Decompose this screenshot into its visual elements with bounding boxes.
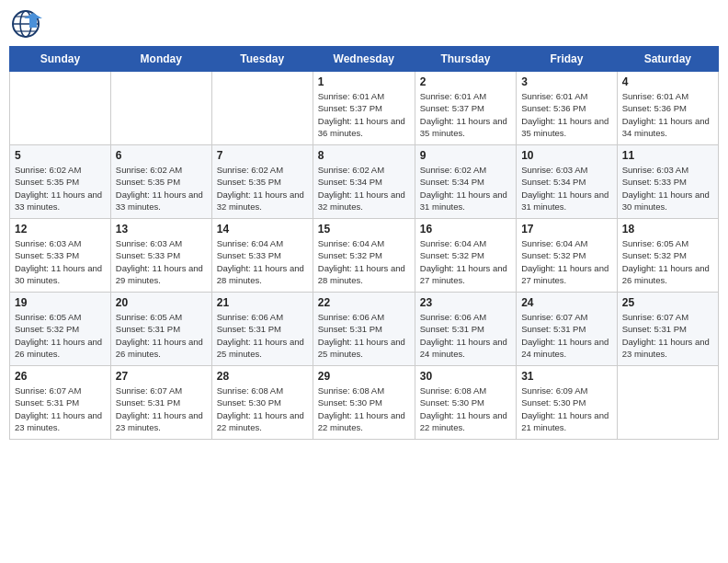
- day-info: Sunrise: 6:06 AM Sunset: 5:31 PM Dayligh…: [217, 311, 308, 360]
- day-info: Sunrise: 6:01 AM Sunset: 5:37 PM Dayligh…: [318, 90, 410, 139]
- day-info: Sunrise: 6:09 AM Sunset: 5:30 PM Dayligh…: [521, 385, 612, 433]
- day-number: 4: [622, 75, 713, 88]
- calendar: SundayMondayTuesdayWednesdayThursdayFrid…: [9, 46, 719, 440]
- day-header-sunday: Sunday: [10, 47, 111, 72]
- calendar-cell: 30Sunrise: 6:08 AM Sunset: 5:30 PM Dayli…: [415, 366, 516, 440]
- day-header-monday: Monday: [110, 47, 211, 72]
- day-info: Sunrise: 6:04 AM Sunset: 5:32 PM Dayligh…: [420, 237, 511, 286]
- day-number: 6: [116, 149, 207, 162]
- calendar-cell: 1Sunrise: 6:01 AM Sunset: 5:37 PM Daylig…: [313, 72, 415, 145]
- day-number: 1: [318, 75, 410, 88]
- logo: [9, 9, 44, 39]
- day-number: 21: [217, 296, 308, 309]
- header: [9, 9, 719, 39]
- calendar-cell: 23Sunrise: 6:06 AM Sunset: 5:31 PM Dayli…: [415, 293, 516, 366]
- day-info: Sunrise: 6:08 AM Sunset: 5:30 PM Dayligh…: [217, 385, 308, 433]
- day-info: Sunrise: 6:04 AM Sunset: 5:32 PM Dayligh…: [318, 237, 410, 286]
- calendar-cell: 20Sunrise: 6:05 AM Sunset: 5:31 PM Dayli…: [110, 293, 211, 366]
- globe-icon: [9, 9, 42, 39]
- day-number: 15: [318, 223, 410, 236]
- calendar-cell: 2Sunrise: 6:01 AM Sunset: 5:37 PM Daylig…: [415, 72, 516, 145]
- day-number: 28: [217, 370, 308, 383]
- calendar-cell: 24Sunrise: 6:07 AM Sunset: 5:31 PM Dayli…: [517, 293, 618, 366]
- day-header-thursday: Thursday: [415, 47, 516, 72]
- day-number: 18: [622, 223, 713, 236]
- day-number: 25: [622, 296, 713, 309]
- calendar-cell: 22Sunrise: 6:06 AM Sunset: 5:31 PM Dayli…: [313, 293, 415, 366]
- day-number: 12: [15, 223, 106, 236]
- day-info: Sunrise: 6:07 AM Sunset: 5:31 PM Dayligh…: [116, 385, 207, 433]
- day-info: Sunrise: 6:02 AM Sunset: 5:35 PM Dayligh…: [217, 164, 308, 213]
- day-info: Sunrise: 6:03 AM Sunset: 5:33 PM Dayligh…: [116, 237, 207, 286]
- day-number: 14: [217, 223, 308, 236]
- calendar-cell: 5Sunrise: 6:02 AM Sunset: 5:35 PM Daylig…: [10, 145, 111, 219]
- calendar-cell: 10Sunrise: 6:03 AM Sunset: 5:34 PM Dayli…: [517, 145, 618, 219]
- calendar-cell: [617, 366, 718, 440]
- calendar-cell: 9Sunrise: 6:02 AM Sunset: 5:34 PM Daylig…: [415, 145, 516, 219]
- day-number: 17: [521, 223, 612, 236]
- day-number: 3: [521, 75, 612, 88]
- day-number: 23: [420, 296, 511, 309]
- day-number: 30: [420, 370, 511, 383]
- calendar-cell: 12Sunrise: 6:03 AM Sunset: 5:33 PM Dayli…: [10, 219, 111, 293]
- calendar-cell: 26Sunrise: 6:07 AM Sunset: 5:31 PM Dayli…: [10, 366, 111, 440]
- day-info: Sunrise: 6:01 AM Sunset: 5:36 PM Dayligh…: [622, 90, 713, 139]
- calendar-cell: [110, 72, 211, 145]
- day-number: 16: [420, 223, 511, 236]
- calendar-cell: 13Sunrise: 6:03 AM Sunset: 5:33 PM Dayli…: [110, 219, 211, 293]
- day-info: Sunrise: 6:05 AM Sunset: 5:32 PM Dayligh…: [622, 237, 713, 286]
- calendar-cell: 17Sunrise: 6:04 AM Sunset: 5:32 PM Dayli…: [517, 219, 618, 293]
- calendar-cell: 19Sunrise: 6:05 AM Sunset: 5:32 PM Dayli…: [10, 293, 111, 366]
- day-info: Sunrise: 6:05 AM Sunset: 5:31 PM Dayligh…: [116, 311, 207, 360]
- day-info: Sunrise: 6:01 AM Sunset: 5:36 PM Dayligh…: [521, 90, 612, 139]
- day-info: Sunrise: 6:02 AM Sunset: 5:34 PM Dayligh…: [420, 164, 511, 213]
- day-number: 5: [15, 149, 106, 162]
- day-info: Sunrise: 6:07 AM Sunset: 5:31 PM Dayligh…: [521, 311, 612, 360]
- day-number: 19: [15, 296, 106, 309]
- day-info: Sunrise: 6:03 AM Sunset: 5:33 PM Dayligh…: [622, 164, 713, 213]
- calendar-cell: 14Sunrise: 6:04 AM Sunset: 5:33 PM Dayli…: [211, 219, 313, 293]
- calendar-cell: 4Sunrise: 6:01 AM Sunset: 5:36 PM Daylig…: [617, 72, 718, 145]
- day-number: 9: [420, 149, 511, 162]
- calendar-cell: [10, 72, 111, 145]
- day-info: Sunrise: 6:08 AM Sunset: 5:30 PM Dayligh…: [318, 385, 410, 433]
- day-number: 31: [521, 370, 612, 383]
- calendar-cell: 7Sunrise: 6:02 AM Sunset: 5:35 PM Daylig…: [211, 145, 313, 219]
- day-info: Sunrise: 6:06 AM Sunset: 5:31 PM Dayligh…: [318, 311, 410, 360]
- day-header-wednesday: Wednesday: [313, 47, 415, 72]
- day-info: Sunrise: 6:04 AM Sunset: 5:33 PM Dayligh…: [217, 237, 308, 286]
- day-info: Sunrise: 6:07 AM Sunset: 5:31 PM Dayligh…: [15, 385, 106, 433]
- day-info: Sunrise: 6:03 AM Sunset: 5:34 PM Dayligh…: [521, 164, 612, 213]
- calendar-cell: 28Sunrise: 6:08 AM Sunset: 5:30 PM Dayli…: [211, 366, 313, 440]
- day-number: 7: [217, 149, 308, 162]
- day-number: 20: [116, 296, 207, 309]
- day-info: Sunrise: 6:07 AM Sunset: 5:31 PM Dayligh…: [622, 311, 713, 360]
- calendar-cell: 25Sunrise: 6:07 AM Sunset: 5:31 PM Dayli…: [617, 293, 718, 366]
- day-header-saturday: Saturday: [617, 47, 718, 72]
- calendar-cell: 11Sunrise: 6:03 AM Sunset: 5:33 PM Dayli…: [617, 145, 718, 219]
- day-number: 8: [318, 149, 410, 162]
- day-info: Sunrise: 6:04 AM Sunset: 5:32 PM Dayligh…: [521, 237, 612, 286]
- day-info: Sunrise: 6:05 AM Sunset: 5:32 PM Dayligh…: [15, 311, 106, 360]
- svg-marker-5: [24, 13, 42, 28]
- day-info: Sunrise: 6:03 AM Sunset: 5:33 PM Dayligh…: [15, 237, 106, 286]
- calendar-cell: 21Sunrise: 6:06 AM Sunset: 5:31 PM Dayli…: [211, 293, 313, 366]
- calendar-cell: 29Sunrise: 6:08 AM Sunset: 5:30 PM Dayli…: [313, 366, 415, 440]
- day-number: 22: [318, 296, 410, 309]
- calendar-cell: 6Sunrise: 6:02 AM Sunset: 5:35 PM Daylig…: [110, 145, 211, 219]
- day-info: Sunrise: 6:01 AM Sunset: 5:37 PM Dayligh…: [420, 90, 511, 139]
- calendar-cell: 31Sunrise: 6:09 AM Sunset: 5:30 PM Dayli…: [517, 366, 618, 440]
- day-info: Sunrise: 6:02 AM Sunset: 5:35 PM Dayligh…: [116, 164, 207, 213]
- day-info: Sunrise: 6:08 AM Sunset: 5:30 PM Dayligh…: [420, 385, 511, 433]
- calendar-cell: 18Sunrise: 6:05 AM Sunset: 5:32 PM Dayli…: [617, 219, 718, 293]
- day-number: 24: [521, 296, 612, 309]
- calendar-cell: [211, 72, 313, 145]
- day-info: Sunrise: 6:06 AM Sunset: 5:31 PM Dayligh…: [420, 311, 511, 360]
- calendar-cell: 15Sunrise: 6:04 AM Sunset: 5:32 PM Dayli…: [313, 219, 415, 293]
- day-number: 29: [318, 370, 410, 383]
- day-info: Sunrise: 6:02 AM Sunset: 5:35 PM Dayligh…: [15, 164, 106, 213]
- day-number: 13: [116, 223, 207, 236]
- day-number: 27: [116, 370, 207, 383]
- calendar-cell: 27Sunrise: 6:07 AM Sunset: 5:31 PM Dayli…: [110, 366, 211, 440]
- calendar-cell: 3Sunrise: 6:01 AM Sunset: 5:36 PM Daylig…: [517, 72, 618, 145]
